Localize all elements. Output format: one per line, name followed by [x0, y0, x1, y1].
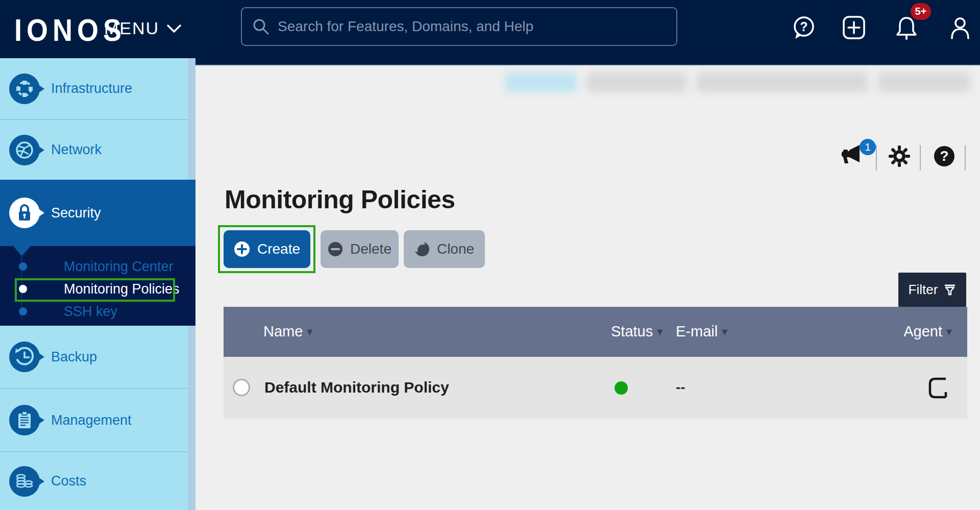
- icon-divider: [965, 145, 966, 171]
- bullet-icon: [19, 285, 27, 293]
- security-lock-icon: [9, 198, 40, 228]
- settings-gear-icon[interactable]: [888, 145, 911, 167]
- agent-icon: [927, 376, 950, 400]
- global-search: [241, 7, 677, 46]
- sidebar-item-management[interactable]: Management: [0, 389, 188, 451]
- chevron-down-icon: [166, 23, 182, 34]
- sidebar-item-costs[interactable]: Costs: [0, 452, 188, 510]
- page-title: Monitoring Policies: [225, 185, 455, 214]
- create-button[interactable]: Create: [224, 230, 310, 268]
- sidebar-item-label: Costs: [51, 473, 86, 489]
- sidebar-item-label: Management: [51, 412, 132, 428]
- management-icon: [9, 405, 40, 435]
- icon-divider: [920, 145, 921, 171]
- delete-button[interactable]: Delete: [321, 230, 399, 268]
- submenu-item-monitoring-center[interactable]: Monitoring Center: [0, 255, 195, 278]
- sidebar-item-label: Security: [51, 205, 101, 221]
- menu-button[interactable]: MENU: [104, 18, 182, 38]
- column-header-agent[interactable]: Agent: [903, 323, 952, 340]
- filter-button[interactable]: Filter: [898, 273, 966, 307]
- sidebar-item-security[interactable]: Security: [0, 180, 195, 246]
- help-chat-icon[interactable]: ?: [792, 15, 816, 40]
- notification-count-badge: 5+: [911, 3, 931, 20]
- row-select-radio[interactable]: [233, 379, 250, 396]
- blurred-account-text: [878, 72, 970, 92]
- blurred-account-text: [587, 72, 687, 92]
- plus-circle-icon: [234, 241, 250, 257]
- policy-email: --: [676, 379, 685, 396]
- create-button-label: Create: [257, 241, 300, 257]
- add-product-icon[interactable]: [842, 15, 866, 40]
- svg-text:?: ?: [940, 148, 948, 164]
- icon-divider: [876, 145, 877, 171]
- submenu-notch: [13, 246, 31, 256]
- security-submenu: Monitoring Center Monitoring Policies SS…: [0, 246, 195, 326]
- submenu-item-monitoring-policies[interactable]: Monitoring Policies: [0, 278, 195, 300]
- topbar-lower-strip: [195, 58, 980, 66]
- costs-icon: [9, 466, 40, 497]
- sidebar-navigation: Infrastructure Network Security Monitori…: [0, 58, 195, 510]
- blurred-account-chip: [505, 72, 577, 92]
- sidebar-item-backup[interactable]: Backup: [0, 326, 188, 388]
- delete-button-label: Delete: [350, 241, 391, 257]
- bullet-icon: [19, 262, 27, 271]
- filter-funnel-icon: [944, 284, 956, 296]
- submenu-item-ssh-key[interactable]: SSH key: [0, 300, 195, 323]
- clone-button-label: Clone: [437, 241, 474, 257]
- top-navigation-bar: IONOS MENU ? 5+: [0, 0, 980, 58]
- menu-label: MENU: [104, 18, 159, 38]
- help-question-icon[interactable]: ?: [933, 145, 955, 167]
- svg-text:?: ?: [800, 19, 807, 34]
- backup-icon: [9, 342, 40, 372]
- sidebar-item-label: Infrastructure: [51, 81, 132, 96]
- announcement-count-badge: 1: [860, 139, 876, 155]
- sidebar-item-infrastructure[interactable]: Infrastructure: [0, 58, 188, 119]
- table-header: Name Status E-mail Agent: [224, 307, 967, 357]
- sidebar-item-network[interactable]: Network: [0, 120, 188, 180]
- status-active-indicator: [615, 381, 628, 395]
- network-icon: [9, 135, 40, 165]
- infrastructure-icon: [9, 74, 40, 104]
- account-user-icon[interactable]: [948, 15, 972, 40]
- blurred-account-text: [697, 72, 868, 92]
- filter-button-label: Filter: [909, 282, 938, 298]
- table-row-default-monitoring-policy[interactable]: Default Monitoring Policy --: [224, 357, 967, 419]
- clone-button[interactable]: Clone: [404, 230, 485, 268]
- column-header-name[interactable]: Name: [263, 323, 312, 340]
- search-input[interactable]: [278, 18, 666, 35]
- sidebar-item-label: Backup: [51, 349, 97, 365]
- policy-name: Default Monitoring Policy: [264, 379, 449, 396]
- column-header-status[interactable]: Status: [611, 323, 663, 340]
- column-header-email[interactable]: E-mail: [676, 323, 727, 340]
- minus-circle-icon: [328, 241, 343, 257]
- search-icon: [252, 18, 270, 35]
- bullet-icon: [19, 307, 27, 315]
- clone-moon-icon: [414, 241, 430, 257]
- sidebar-item-label: Network: [51, 142, 102, 158]
